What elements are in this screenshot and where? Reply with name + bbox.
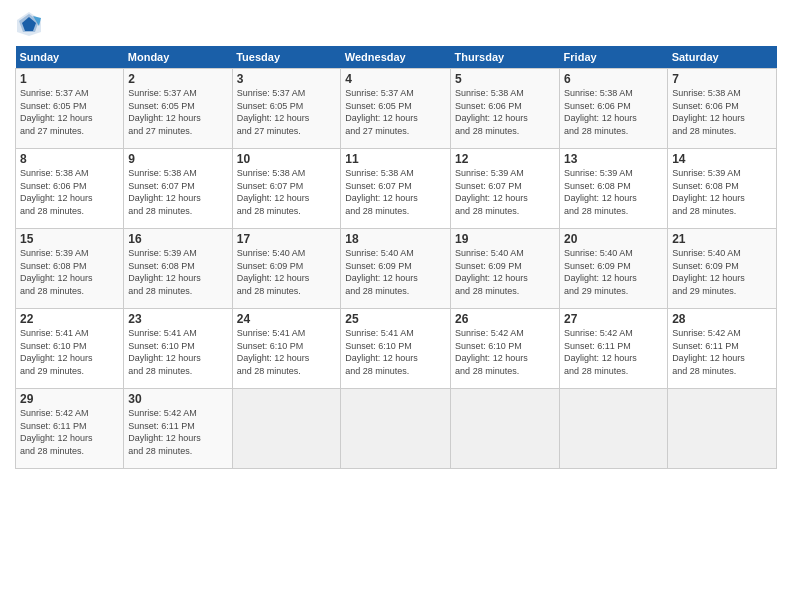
calendar-cell: 11Sunrise: 5:38 AM Sunset: 6:07 PM Dayli… bbox=[341, 149, 451, 229]
day-info: Sunrise: 5:39 AM Sunset: 6:08 PM Dayligh… bbox=[672, 167, 772, 217]
day-info: Sunrise: 5:41 AM Sunset: 6:10 PM Dayligh… bbox=[237, 327, 337, 377]
day-info: Sunrise: 5:40 AM Sunset: 6:09 PM Dayligh… bbox=[237, 247, 337, 297]
day-header-thursday: Thursday bbox=[451, 46, 560, 69]
calendar-cell: 19Sunrise: 5:40 AM Sunset: 6:09 PM Dayli… bbox=[451, 229, 560, 309]
day-number: 16 bbox=[128, 232, 227, 246]
day-info: Sunrise: 5:40 AM Sunset: 6:09 PM Dayligh… bbox=[455, 247, 555, 297]
calendar-cell: 9Sunrise: 5:38 AM Sunset: 6:07 PM Daylig… bbox=[124, 149, 232, 229]
calendar-cell: 3Sunrise: 5:37 AM Sunset: 6:05 PM Daylig… bbox=[232, 69, 341, 149]
calendar-cell: 22Sunrise: 5:41 AM Sunset: 6:10 PM Dayli… bbox=[16, 309, 124, 389]
calendar-cell bbox=[668, 389, 777, 469]
calendar-cell: 17Sunrise: 5:40 AM Sunset: 6:09 PM Dayli… bbox=[232, 229, 341, 309]
day-header-wednesday: Wednesday bbox=[341, 46, 451, 69]
day-number: 14 bbox=[672, 152, 772, 166]
day-info: Sunrise: 5:41 AM Sunset: 6:10 PM Dayligh… bbox=[345, 327, 446, 377]
day-info: Sunrise: 5:38 AM Sunset: 6:06 PM Dayligh… bbox=[455, 87, 555, 137]
calendar-cell: 13Sunrise: 5:39 AM Sunset: 6:08 PM Dayli… bbox=[560, 149, 668, 229]
calendar-cell: 25Sunrise: 5:41 AM Sunset: 6:10 PM Dayli… bbox=[341, 309, 451, 389]
calendar-cell: 4Sunrise: 5:37 AM Sunset: 6:05 PM Daylig… bbox=[341, 69, 451, 149]
logo bbox=[15, 10, 47, 38]
calendar-cell bbox=[560, 389, 668, 469]
header bbox=[15, 10, 777, 38]
calendar-cell bbox=[232, 389, 341, 469]
day-header-saturday: Saturday bbox=[668, 46, 777, 69]
calendar-cell bbox=[341, 389, 451, 469]
day-header-sunday: Sunday bbox=[16, 46, 124, 69]
day-number: 18 bbox=[345, 232, 446, 246]
day-info: Sunrise: 5:38 AM Sunset: 6:06 PM Dayligh… bbox=[672, 87, 772, 137]
day-info: Sunrise: 5:40 AM Sunset: 6:09 PM Dayligh… bbox=[345, 247, 446, 297]
calendar-week-1: 8Sunrise: 5:38 AM Sunset: 6:06 PM Daylig… bbox=[16, 149, 777, 229]
day-number: 15 bbox=[20, 232, 119, 246]
calendar-cell: 6Sunrise: 5:38 AM Sunset: 6:06 PM Daylig… bbox=[560, 69, 668, 149]
calendar-cell: 8Sunrise: 5:38 AM Sunset: 6:06 PM Daylig… bbox=[16, 149, 124, 229]
day-info: Sunrise: 5:42 AM Sunset: 6:10 PM Dayligh… bbox=[455, 327, 555, 377]
day-number: 9 bbox=[128, 152, 227, 166]
day-number: 6 bbox=[564, 72, 663, 86]
day-number: 26 bbox=[455, 312, 555, 326]
day-info: Sunrise: 5:37 AM Sunset: 6:05 PM Dayligh… bbox=[237, 87, 337, 137]
day-header-friday: Friday bbox=[560, 46, 668, 69]
day-info: Sunrise: 5:37 AM Sunset: 6:05 PM Dayligh… bbox=[345, 87, 446, 137]
calendar-cell: 1Sunrise: 5:37 AM Sunset: 6:05 PM Daylig… bbox=[16, 69, 124, 149]
day-number: 19 bbox=[455, 232, 555, 246]
day-number: 24 bbox=[237, 312, 337, 326]
calendar-cell: 14Sunrise: 5:39 AM Sunset: 6:08 PM Dayli… bbox=[668, 149, 777, 229]
day-number: 4 bbox=[345, 72, 446, 86]
day-number: 3 bbox=[237, 72, 337, 86]
day-number: 17 bbox=[237, 232, 337, 246]
day-info: Sunrise: 5:38 AM Sunset: 6:06 PM Dayligh… bbox=[564, 87, 663, 137]
day-number: 10 bbox=[237, 152, 337, 166]
day-number: 20 bbox=[564, 232, 663, 246]
day-number: 30 bbox=[128, 392, 227, 406]
day-number: 23 bbox=[128, 312, 227, 326]
day-number: 28 bbox=[672, 312, 772, 326]
calendar-cell: 27Sunrise: 5:42 AM Sunset: 6:11 PM Dayli… bbox=[560, 309, 668, 389]
day-info: Sunrise: 5:39 AM Sunset: 6:08 PM Dayligh… bbox=[564, 167, 663, 217]
calendar-week-0: 1Sunrise: 5:37 AM Sunset: 6:05 PM Daylig… bbox=[16, 69, 777, 149]
day-number: 29 bbox=[20, 392, 119, 406]
day-number: 25 bbox=[345, 312, 446, 326]
calendar-cell: 16Sunrise: 5:39 AM Sunset: 6:08 PM Dayli… bbox=[124, 229, 232, 309]
day-info: Sunrise: 5:37 AM Sunset: 6:05 PM Dayligh… bbox=[128, 87, 227, 137]
day-info: Sunrise: 5:37 AM Sunset: 6:05 PM Dayligh… bbox=[20, 87, 119, 137]
day-number: 7 bbox=[672, 72, 772, 86]
day-info: Sunrise: 5:39 AM Sunset: 6:08 PM Dayligh… bbox=[128, 247, 227, 297]
day-info: Sunrise: 5:42 AM Sunset: 6:11 PM Dayligh… bbox=[672, 327, 772, 377]
day-number: 21 bbox=[672, 232, 772, 246]
day-number: 22 bbox=[20, 312, 119, 326]
day-info: Sunrise: 5:41 AM Sunset: 6:10 PM Dayligh… bbox=[128, 327, 227, 377]
day-number: 11 bbox=[345, 152, 446, 166]
day-info: Sunrise: 5:39 AM Sunset: 6:07 PM Dayligh… bbox=[455, 167, 555, 217]
day-info: Sunrise: 5:38 AM Sunset: 6:06 PM Dayligh… bbox=[20, 167, 119, 217]
day-info: Sunrise: 5:40 AM Sunset: 6:09 PM Dayligh… bbox=[564, 247, 663, 297]
calendar-cell: 12Sunrise: 5:39 AM Sunset: 6:07 PM Dayli… bbox=[451, 149, 560, 229]
day-info: Sunrise: 5:38 AM Sunset: 6:07 PM Dayligh… bbox=[345, 167, 446, 217]
calendar-cell: 21Sunrise: 5:40 AM Sunset: 6:09 PM Dayli… bbox=[668, 229, 777, 309]
day-info: Sunrise: 5:38 AM Sunset: 6:07 PM Dayligh… bbox=[237, 167, 337, 217]
day-number: 12 bbox=[455, 152, 555, 166]
day-number: 1 bbox=[20, 72, 119, 86]
day-number: 2 bbox=[128, 72, 227, 86]
day-info: Sunrise: 5:42 AM Sunset: 6:11 PM Dayligh… bbox=[20, 407, 119, 457]
day-info: Sunrise: 5:42 AM Sunset: 6:11 PM Dayligh… bbox=[564, 327, 663, 377]
calendar-week-2: 15Sunrise: 5:39 AM Sunset: 6:08 PM Dayli… bbox=[16, 229, 777, 309]
day-info: Sunrise: 5:39 AM Sunset: 6:08 PM Dayligh… bbox=[20, 247, 119, 297]
calendar-cell: 28Sunrise: 5:42 AM Sunset: 6:11 PM Dayli… bbox=[668, 309, 777, 389]
calendar-cell: 30Sunrise: 5:42 AM Sunset: 6:11 PM Dayli… bbox=[124, 389, 232, 469]
day-number: 27 bbox=[564, 312, 663, 326]
calendar-cell: 7Sunrise: 5:38 AM Sunset: 6:06 PM Daylig… bbox=[668, 69, 777, 149]
calendar-cell: 2Sunrise: 5:37 AM Sunset: 6:05 PM Daylig… bbox=[124, 69, 232, 149]
logo-icon bbox=[15, 10, 43, 38]
day-number: 5 bbox=[455, 72, 555, 86]
calendar-cell: 10Sunrise: 5:38 AM Sunset: 6:07 PM Dayli… bbox=[232, 149, 341, 229]
calendar-cell: 26Sunrise: 5:42 AM Sunset: 6:10 PM Dayli… bbox=[451, 309, 560, 389]
calendar-container: SundayMondayTuesdayWednesdayThursdayFrid… bbox=[0, 0, 792, 612]
calendar-cell: 15Sunrise: 5:39 AM Sunset: 6:08 PM Dayli… bbox=[16, 229, 124, 309]
calendar-cell: 29Sunrise: 5:42 AM Sunset: 6:11 PM Dayli… bbox=[16, 389, 124, 469]
calendar-cell: 23Sunrise: 5:41 AM Sunset: 6:10 PM Dayli… bbox=[124, 309, 232, 389]
calendar-cell: 24Sunrise: 5:41 AM Sunset: 6:10 PM Dayli… bbox=[232, 309, 341, 389]
calendar-cell bbox=[451, 389, 560, 469]
calendar-cell: 18Sunrise: 5:40 AM Sunset: 6:09 PM Dayli… bbox=[341, 229, 451, 309]
day-info: Sunrise: 5:40 AM Sunset: 6:09 PM Dayligh… bbox=[672, 247, 772, 297]
